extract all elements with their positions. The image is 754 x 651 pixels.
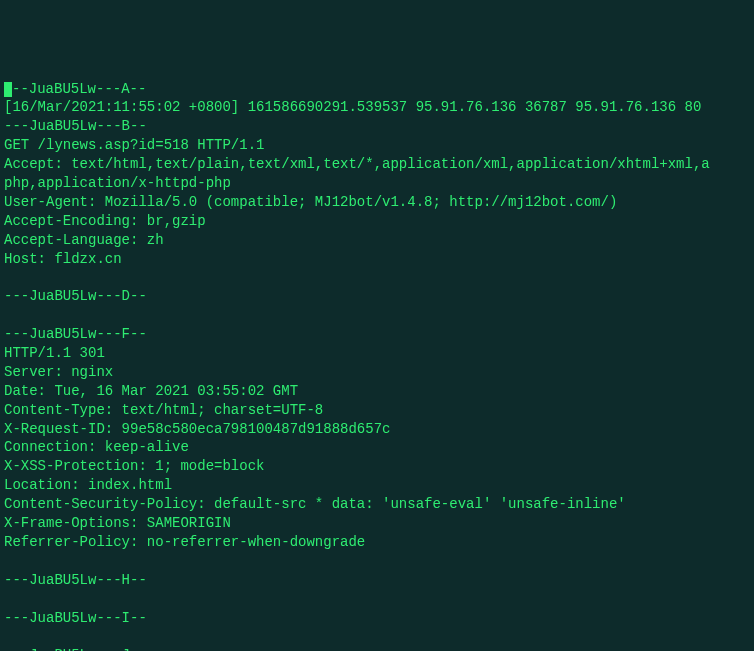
log-line: Content-Security-Policy: default-src * d… [4,495,750,514]
terminal-cursor [4,82,12,97]
log-line [4,306,750,325]
log-line: ---JuaBU5Lw---F-- [4,325,750,344]
log-line [4,268,750,287]
log-line: [16/Mar/2021:11:55:02 +0800] 16158669029… [4,98,750,117]
log-line: X-Frame-Options: SAMEORIGIN [4,514,750,533]
log-line: php,application/x-httpd-php [4,174,750,193]
log-line: --JuaBU5Lw---A-- [4,80,750,99]
log-line: Referrer-Policy: no-referrer-when-downgr… [4,533,750,552]
log-line: User-Agent: Mozilla/5.0 (compatible; MJ1… [4,193,750,212]
log-line: Host: fldzx.cn [4,250,750,269]
log-line [4,552,750,571]
log-line: X-XSS-Protection: 1; mode=block [4,457,750,476]
log-line: Server: nginx [4,363,750,382]
log-line: Connection: keep-alive [4,438,750,457]
log-line [4,590,750,609]
log-line: HTTP/1.1 301 [4,344,750,363]
log-line [4,627,750,646]
log-line: ---JuaBU5Lw---I-- [4,609,750,628]
log-line: Content-Type: text/html; charset=UTF-8 [4,401,750,420]
log-line: Accept: text/html,text/plain,text/xml,te… [4,155,750,174]
log-line: Accept-Language: zh [4,231,750,250]
log-line: GET /lynews.asp?id=518 HTTP/1.1 [4,136,750,155]
log-line: Date: Tue, 16 Mar 2021 03:55:02 GMT [4,382,750,401]
terminal-output: --JuaBU5Lw---A--[16/Mar/2021:11:55:02 +0… [4,80,750,651]
log-line: Location: index.html [4,476,750,495]
log-line: Accept-Encoding: br,gzip [4,212,750,231]
log-line: ---JuaBU5Lw---H-- [4,571,750,590]
log-line: X-Request-ID: 99e58c580eca798100487d9188… [4,420,750,439]
log-line: ---JuaBU5Lw---D-- [4,287,750,306]
log-line: ---JuaBU5Lw---J-- [4,646,750,651]
log-line: ---JuaBU5Lw---B-- [4,117,750,136]
